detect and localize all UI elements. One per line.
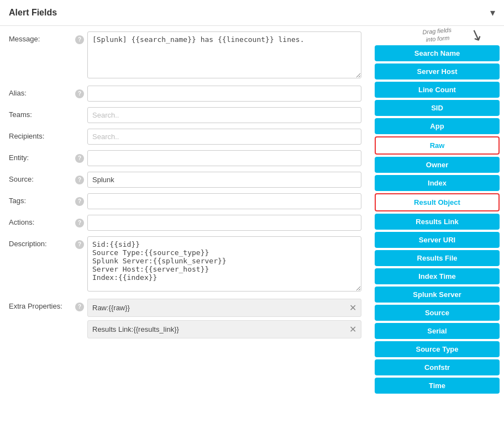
message-label: Message: [9,31,75,43]
alias-label: Alias: [9,86,75,97]
tags-control [87,193,361,209]
extra-properties-control: Raw:{{raw}} ✕ Results Link:{{results_lin… [87,299,361,342]
extra-properties-label: Extra Properties: [9,299,75,310]
description-help: ? [75,236,87,249]
extra-properties-row: Extra Properties: ? Raw:{{raw}} ✕ Result… [9,299,361,342]
source-input[interactable]: Splunk [87,172,361,188]
sidebar-btn-search-name[interactable]: Search Name [375,45,500,61]
page-title: Alert Fields [9,8,57,18]
tags-input[interactable] [87,193,361,209]
alias-input[interactable] [87,86,361,102]
drag-hint: Drag fieldsinto form ↙ [375,26,500,43]
message-help: ? [75,31,87,44]
description-control: Sid:{{sid}} Source Type:{{source_type}} … [87,236,361,293]
entity-control [87,150,361,166]
form-section: Message: ? [Splunk] {{search_name}} has … [0,26,370,396]
sidebar-btn-confstr[interactable]: Confstr [375,359,500,375]
source-row: Source: ? Splunk [9,172,361,188]
extra-prop-item-2: Results Link:{{results_link}} ✕ [87,320,361,338]
main-content: Message: ? [Splunk] {{search_name}} has … [0,26,504,396]
recipients-row: Recipients: [9,129,361,145]
tags-help: ? [75,193,87,206]
tags-row: Tags: ? [9,193,361,209]
actions-help-icon[interactable]: ? [75,219,84,227]
sidebar-btn-results-file[interactable]: Results File [375,250,500,266]
sidebar-btn-results-link[interactable]: Results Link [375,214,500,230]
message-textarea[interactable]: [Splunk] {{search_name}} has {{linecount… [87,31,361,78]
source-help-icon[interactable]: ? [75,176,84,184]
actions-input[interactable] [87,215,361,231]
sidebar-btn-source[interactable]: Source [375,305,500,321]
sidebar-buttons-container: Search NameServer HostLine CountSIDAppRa… [375,45,500,394]
extra-prop-text-2: Results Link:{{results_link}} [92,325,345,333]
source-label: Source: [9,172,75,183]
teams-row: Teams: [9,107,361,123]
sidebar-btn-sid[interactable]: SID [375,100,500,116]
recipients-help-spacer [75,129,87,132]
sidebar-btn-line-count[interactable]: Line Count [375,82,500,98]
teams-control [87,107,361,123]
recipients-label: Recipients: [9,129,75,140]
entity-input[interactable] [87,150,361,166]
sidebar-btn-source-type[interactable]: Source Type [375,341,500,357]
sidebar-btn-server-host[interactable]: Server Host [375,63,500,80]
sidebar-btn-index-time[interactable]: Index Time [375,268,500,284]
entity-help-icon[interactable]: ? [75,154,84,163]
message-row: Message: ? [Splunk] {{search_name}} has … [9,31,361,80]
drag-hint-text: Drag fieldsinto form [422,26,453,44]
alias-control [87,86,361,102]
actions-control [87,215,361,231]
message-control: [Splunk] {{search_name}} has {{linecount… [87,31,361,80]
description-textarea[interactable]: Sid:{{sid}} Source Type:{{source_type}} … [87,236,361,292]
teams-input[interactable] [87,107,361,123]
recipients-control [87,129,361,145]
description-label: Description: [9,236,75,248]
alias-help-icon[interactable]: ? [75,89,84,98]
sidebar-btn-app[interactable]: App [375,118,500,134]
actions-help: ? [75,215,87,227]
alias-help: ? [75,86,87,98]
sidebar-btn-server-uri[interactable]: Server URI [375,232,500,248]
entity-row: Entity: ? [9,150,361,166]
entity-label: Entity: [9,150,75,162]
sidebar-btn-owner[interactable]: Owner [375,157,500,173]
sidebar-btn-result-object[interactable]: Result Object [375,193,500,211]
alias-row: Alias: ? [9,86,361,102]
teams-label: Teams: [9,107,75,119]
entity-help: ? [75,150,87,163]
source-help: ? [75,172,87,184]
teams-help-spacer [75,107,87,110]
sidebar-btn-time[interactable]: Time [375,378,500,394]
extra-prop-item-1: Raw:{{raw}} ✕ [87,299,361,317]
source-control: Splunk [87,172,361,188]
remove-extra-prop-2[interactable]: ✕ [345,324,356,335]
drag-arrow-icon: ↙ [468,24,486,46]
collapse-icon[interactable]: ▾ [490,7,495,19]
recipients-input[interactable] [87,129,361,145]
sidebar: Drag fieldsinto form ↙ Search NameServer… [370,26,504,396]
sidebar-btn-index[interactable]: Index [375,175,500,191]
message-help-icon[interactable]: ? [75,35,84,44]
sidebar-btn-splunk-server[interactable]: Splunk Server [375,287,500,303]
actions-label: Actions: [9,215,75,226]
page-container: Alert Fields ▾ Message: ? [Splunk] {{sea… [0,0,504,424]
actions-row: Actions: ? [9,215,361,231]
description-help-icon[interactable]: ? [75,240,84,249]
extra-prop-text-1: Raw:{{raw}} [92,304,345,312]
extra-properties-help-icon[interactable]: ? [75,303,84,311]
description-row: Description: ? Sid:{{sid}} Source Type:{… [9,236,361,293]
tags-help-icon[interactable]: ? [75,197,84,206]
tags-label: Tags: [9,193,75,205]
alert-fields-header: Alert Fields ▾ [0,0,504,26]
sidebar-btn-raw[interactable]: Raw [375,136,500,155]
extra-properties-help: ? [75,299,87,311]
remove-extra-prop-1[interactable]: ✕ [345,303,356,313]
sidebar-btn-serial[interactable]: Serial [375,323,500,339]
